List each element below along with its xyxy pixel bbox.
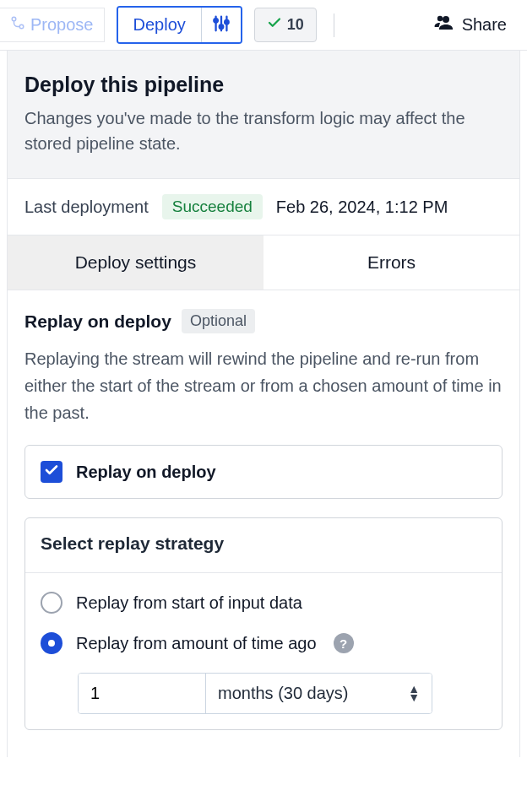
- propose-label: Propose: [30, 15, 94, 35]
- replay-heading: Replay on deploy: [24, 311, 171, 332]
- status-chip[interactable]: 10: [254, 8, 317, 42]
- radio-from-start-label: Replay from start of input data: [76, 593, 302, 613]
- tab-errors[interactable]: Errors: [264, 235, 519, 290]
- svg-point-6: [219, 24, 223, 29]
- replay-section: Replay on deploy Optional Replaying the …: [8, 290, 519, 757]
- svg-point-8: [443, 16, 449, 23]
- radio-time-ago-label: Replay from amount of time ago: [76, 634, 317, 653]
- replay-checkbox-card: Replay on deploy: [24, 445, 503, 499]
- toolbar-left: Propose Deploy 10: [8, 6, 317, 44]
- branch-icon: [10, 15, 25, 35]
- svg-point-0: [12, 17, 16, 21]
- time-unit-select[interactable]: months (30 days) ▲▼: [205, 674, 432, 713]
- status-badge: Succeeded: [162, 194, 263, 219]
- svg-point-1: [19, 24, 24, 29]
- select-sort-icon: ▲▼: [408, 685, 420, 702]
- last-deployment-row: Last deployment Succeeded Feb 26, 2024, …: [8, 179, 519, 235]
- toolbar-divider: [334, 14, 334, 37]
- svg-point-7: [225, 20, 229, 24]
- share-button[interactable]: Share: [433, 13, 519, 37]
- strategy-card: Select replay strategy Replay from start…: [24, 517, 503, 730]
- time-amount-input[interactable]: [79, 674, 205, 713]
- sliders-icon: [212, 14, 231, 35]
- svg-point-9: [437, 16, 442, 21]
- deploy-panel: Deploy this pipeline Changes you've made…: [7, 51, 520, 757]
- panel-title: Deploy this pipeline: [24, 73, 503, 97]
- help-icon[interactable]: ?: [334, 633, 354, 653]
- propose-button[interactable]: Propose: [0, 8, 105, 42]
- top-toolbar: Propose Deploy 10: [0, 0, 527, 51]
- radio-row-start: Replay from start of input data: [41, 592, 486, 614]
- share-label: Share: [462, 15, 507, 35]
- status-count: 10: [287, 16, 304, 34]
- svg-point-5: [214, 19, 218, 23]
- check-icon: [267, 15, 282, 35]
- radio-row-time-ago: Replay from amount of time ago ?: [41, 632, 486, 654]
- optional-badge: Optional: [182, 309, 255, 333]
- last-deployment-label: Last deployment: [24, 198, 149, 217]
- last-deployment-date: Feb 26, 2024, 1:12 PM: [276, 198, 448, 217]
- radio-from-start[interactable]: [41, 592, 62, 614]
- deploy-button-group: Deploy: [117, 6, 242, 44]
- deploy-button[interactable]: Deploy: [118, 8, 201, 42]
- deploy-options-button[interactable]: [201, 8, 241, 42]
- tab-deploy-settings[interactable]: Deploy settings: [8, 235, 264, 290]
- check-icon: [44, 463, 59, 481]
- radio-time-ago[interactable]: [41, 632, 62, 654]
- replay-checkbox-label: Replay on deploy: [76, 463, 216, 482]
- users-icon: [433, 13, 454, 37]
- strategy-heading: Select replay strategy: [41, 533, 486, 554]
- panel-subtitle: Changes you've made to the transform log…: [24, 106, 503, 156]
- tab-bar: Deploy settings Errors: [8, 235, 519, 290]
- replay-checkbox[interactable]: [41, 461, 62, 483]
- strategy-radio-group: Replay from start of input data Replay f…: [25, 572, 502, 714]
- replay-section-header: Replay on deploy Optional: [24, 309, 503, 333]
- replay-description: Replaying the stream will rewind the pip…: [24, 345, 503, 426]
- replay-checkbox-row: Replay on deploy: [41, 461, 486, 483]
- time-unit-label: months (30 days): [218, 684, 349, 703]
- panel-header: Deploy this pipeline Changes you've made…: [8, 51, 519, 179]
- time-controls: months (30 days) ▲▼: [78, 673, 432, 714]
